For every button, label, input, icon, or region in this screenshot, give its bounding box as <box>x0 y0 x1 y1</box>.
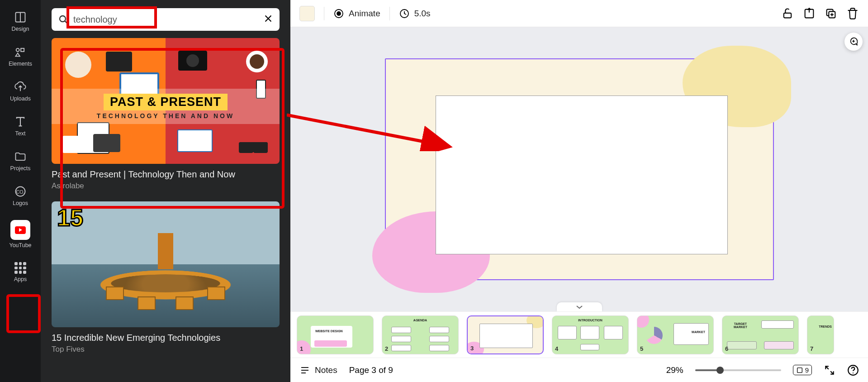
slide-number: 1 <box>300 345 303 352</box>
result-title: 15 Incredible New Emerging Technologies <box>52 332 280 344</box>
clear-search-button[interactable] <box>263 13 273 27</box>
nav-youtube[interactable]: YouTube <box>4 217 37 251</box>
clock-icon <box>399 8 410 19</box>
nav-elements-label: Elements <box>9 61 32 67</box>
search-icon <box>58 14 69 25</box>
slide-number: 2 <box>385 345 388 352</box>
nav-logos[interactable]: CO. Logos <box>4 182 37 209</box>
nav-text-label: Text <box>15 130 26 137</box>
notes-button[interactable]: Notes <box>299 365 337 376</box>
nav-projects[interactable]: Projects <box>4 148 37 174</box>
zoom-value: 29% <box>666 365 683 375</box>
page-count-label: 9 <box>805 366 809 374</box>
nav-uploads[interactable]: Uploads <box>4 78 37 105</box>
search-box <box>52 8 280 31</box>
notes-label: Notes <box>315 365 337 375</box>
nav-youtube-label: YouTube <box>9 242 31 248</box>
slide-thumb-3[interactable]: 3 <box>467 315 544 354</box>
duration-button[interactable]: 5.0s <box>399 8 431 19</box>
svg-marker-4 <box>16 53 20 56</box>
result-card-2[interactable]: 15 15 Incredible New Emerging Technologi… <box>52 201 280 354</box>
results-list: PAST & PRESENT TECHNOLOGY THEN AND NOW P… <box>41 38 290 382</box>
canvas-area: Animate 5.0s WEBSITE DESIGN 1 <box>290 0 868 382</box>
result-author: Top Fives <box>52 345 280 354</box>
result-title: Past and Present | Technology Then and N… <box>52 168 280 180</box>
result-thumbnail: 15 <box>52 201 280 327</box>
thumb-banner-subtitle: TECHNOLOGY THEN AND NOW <box>97 112 234 119</box>
slide-thumb-7[interactable]: TRENDS 7 <box>807 315 834 354</box>
top-toolbar: Animate 5.0s <box>290 0 868 27</box>
add-comment-button[interactable] <box>844 33 863 51</box>
nav-text[interactable]: Text <box>4 113 37 139</box>
filmstrip[interactable]: WEBSITE DESIGN 1 AGENDA 2 3 INTRODUCTION… <box>290 311 868 358</box>
thumb-badge: 15 <box>57 204 83 231</box>
nav-apps-label: Apps <box>14 276 27 282</box>
slide-thumb-2[interactable]: AGENDA 2 <box>382 315 459 354</box>
slide-thumb-5[interactable]: MARKET 5 <box>637 315 714 354</box>
thumb-banner-title: PAST & PRESENT <box>104 94 228 110</box>
notes-icon <box>299 365 310 376</box>
youtube-icon <box>10 220 30 240</box>
embed-placeholder[interactable] <box>436 96 728 254</box>
svg-point-10 <box>60 16 66 22</box>
slide-number: 6 <box>725 345 728 352</box>
slide-thumb-6[interactable]: TARGET MARKET 6 <box>722 315 799 354</box>
apps-icon <box>14 262 26 274</box>
nav-rail: Design Elements Uploads Text Projects CO… <box>0 0 41 382</box>
slide-thumb-1[interactable]: WEBSITE DESIGN 1 <box>297 315 374 354</box>
page-count-button[interactable]: 9 <box>793 365 812 375</box>
close-icon <box>263 14 273 24</box>
slide-number: 4 <box>555 345 558 352</box>
duration-label: 5.0s <box>414 9 431 19</box>
nav-design-label: Design <box>12 26 29 32</box>
animate-label: Animate <box>349 9 380 19</box>
nav-logos-label: Logos <box>13 200 28 206</box>
help-icon[interactable] <box>847 364 859 376</box>
svg-point-15 <box>337 12 341 15</box>
trash-icon[interactable] <box>846 7 859 20</box>
comment-plus-icon <box>849 37 859 47</box>
page-indicator: Page 3 of 9 <box>349 365 393 375</box>
svg-rect-3 <box>21 48 24 52</box>
nav-elements[interactable]: Elements <box>4 43 37 70</box>
zoom-slider[interactable] <box>695 369 781 371</box>
slide-thumb-4[interactable]: INTRODUCTION 4 <box>552 315 629 354</box>
chevron-down-icon <box>576 305 583 309</box>
nav-projects-label: Projects <box>10 165 30 172</box>
result-thumbnail: PAST & PRESENT TECHNOLOGY THEN AND NOW <box>52 38 280 164</box>
canvas-viewport[interactable] <box>290 27 868 311</box>
svg-rect-28 <box>797 368 802 372</box>
copy-icon[interactable] <box>825 7 837 20</box>
background-color-swatch[interactable] <box>299 6 315 21</box>
nav-design[interactable]: Design <box>4 8 37 35</box>
nav-apps[interactable]: Apps <box>4 259 37 285</box>
slide-number: 3 <box>470 345 474 352</box>
svg-point-2 <box>16 48 19 52</box>
svg-point-32 <box>853 372 854 373</box>
svg-text:CO.: CO. <box>16 189 25 195</box>
slide-number: 7 <box>810 345 813 352</box>
svg-rect-17 <box>784 13 791 18</box>
unlock-icon[interactable] <box>781 7 794 20</box>
animate-icon <box>333 8 344 19</box>
svg-line-11 <box>65 21 67 23</box>
bottom-bar: Notes Page 3 of 9 29% 9 <box>290 358 868 382</box>
search-input[interactable] <box>73 14 259 25</box>
animate-button[interactable]: Animate <box>333 8 380 19</box>
export-icon[interactable] <box>803 7 816 20</box>
page-frame[interactable] <box>385 58 774 280</box>
expand-timeline-button[interactable] <box>557 302 602 311</box>
nav-uploads-label: Uploads <box>10 96 31 102</box>
fullscreen-icon[interactable] <box>824 364 835 376</box>
pages-icon <box>796 367 803 374</box>
result-author: Astrolabe <box>52 181 280 191</box>
result-card-1[interactable]: PAST & PRESENT TECHNOLOGY THEN AND NOW P… <box>52 38 280 191</box>
slide-number: 5 <box>640 345 643 352</box>
side-panel: PAST & PRESENT TECHNOLOGY THEN AND NOW P… <box>41 0 290 382</box>
